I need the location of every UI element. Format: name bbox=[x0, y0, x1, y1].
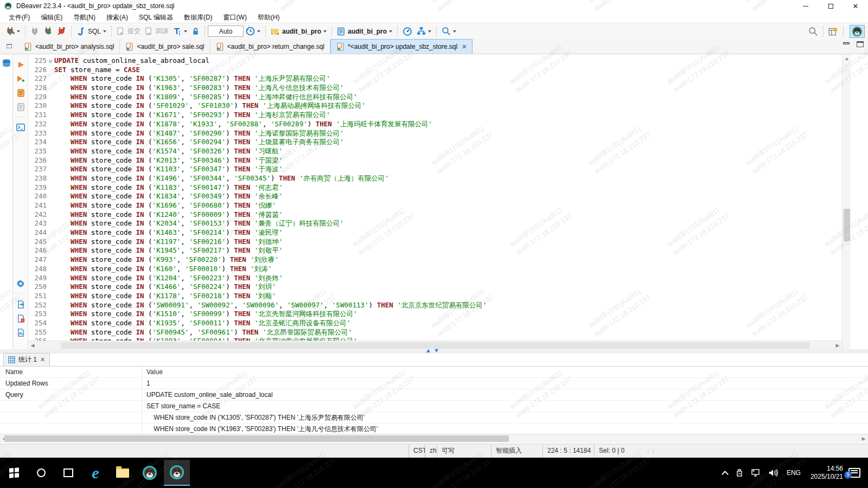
scrollbar-thumb[interactable] bbox=[4, 435, 509, 442]
rollback-button[interactable]: 回滚 bbox=[143, 25, 171, 38]
stats-horizontal-scrollbar[interactable]: ◀ ▶ bbox=[0, 434, 868, 442]
scroll-right-arrow[interactable]: ▶ bbox=[833, 341, 842, 350]
sql-code-editor[interactable]: 225⊖UPDATE custom_online_sale_abroad_loc… bbox=[28, 54, 842, 341]
minimize-editor-button[interactable] bbox=[843, 42, 850, 44]
editor-tab-2[interactable]: <audit_bi_pro> sale.sql bbox=[120, 39, 210, 54]
scroll-up-arrow[interactable]: ▲ bbox=[843, 54, 851, 63]
collapsed-database-navigator[interactable] bbox=[0, 54, 13, 349]
sql-text bbox=[250, 337, 254, 341]
stats-row-1[interactable]: Updated Rows1 bbox=[0, 378, 868, 389]
sql-text: ( bbox=[144, 138, 152, 146]
editor-panel-sash[interactable]: ▲ ▼ bbox=[0, 349, 868, 354]
menu-item-2[interactable]: 编辑(E) bbox=[35, 12, 68, 23]
sql-text: ) bbox=[226, 237, 234, 246]
stats-row-4[interactable]: WHEN store_code IN ('K1305', 'SF00287') … bbox=[0, 412, 868, 423]
plug-new-icon bbox=[5, 27, 15, 36]
sql-text: ( bbox=[144, 129, 152, 137]
explain-plan-button[interactable] bbox=[13, 100, 28, 114]
active-connection-name: audit_bi_pro bbox=[282, 28, 321, 35]
window-minimize-button[interactable] bbox=[793, 0, 818, 12]
open-perspective-button[interactable] bbox=[826, 25, 840, 38]
dbeaver-taskbar-button[interactable] bbox=[137, 460, 163, 486]
lock-button[interactable] bbox=[189, 25, 202, 38]
scrollbar-thumb[interactable] bbox=[844, 209, 850, 241]
sql-text bbox=[54, 319, 71, 327]
open-sql-console-button[interactable] bbox=[13, 120, 28, 134]
editor-tab-1[interactable]: <audit_bi_pro> analysis.sql bbox=[18, 39, 120, 54]
action-center-button[interactable]: 9 bbox=[848, 468, 860, 478]
close-icon[interactable]: ✕ bbox=[462, 43, 467, 50]
sash-collapse-controls[interactable]: ▲ ▼ bbox=[424, 348, 441, 354]
export-result-button[interactable] bbox=[13, 297, 28, 311]
scroll-right-arrow[interactable]: ▶ bbox=[859, 434, 868, 443]
internet-explorer-button[interactable]: e bbox=[82, 460, 108, 486]
execute-script-button[interactable] bbox=[13, 86, 28, 100]
search-button[interactable] bbox=[28, 460, 54, 486]
sql-keyword: THEN bbox=[279, 174, 295, 182]
taskbar-clock[interactable]: 14:56 2025/10/21 bbox=[810, 465, 843, 481]
network-button[interactable] bbox=[751, 468, 761, 477]
window-maximize-button[interactable] bbox=[818, 0, 843, 12]
commit-button[interactable]: 提交 bbox=[114, 25, 143, 38]
sql-text: , bbox=[181, 129, 189, 137]
input-language-indicator[interactable]: ENG bbox=[787, 469, 801, 477]
menu-item-3[interactable]: 导航(N) bbox=[68, 12, 101, 23]
dbeaver-perspective-button[interactable] bbox=[850, 25, 865, 38]
editor-vertical-scrollbar[interactable]: ▲ bbox=[842, 54, 851, 349]
menu-item-8[interactable]: 帮助(H) bbox=[252, 12, 285, 23]
task-view-button[interactable] bbox=[55, 460, 81, 486]
maximize-editor-button[interactable] bbox=[857, 41, 864, 47]
execute-statement-button[interactable] bbox=[13, 57, 28, 72]
stats-tab[interactable]: 统计 1 ✕ bbox=[3, 353, 50, 366]
menu-item-6[interactable]: 数据库(D) bbox=[178, 12, 218, 23]
code-line-238: 238 WHEN store_code IN ('K1496', 'SF0034… bbox=[28, 174, 842, 183]
sash-down-arrow-icon[interactable]: ▼ bbox=[433, 348, 439, 354]
scroll-left-arrow[interactable]: ◀ bbox=[28, 341, 37, 350]
disconnect-button[interactable] bbox=[55, 25, 68, 38]
sql-string: '上饶晨雾电子商务有限公司' bbox=[254, 138, 344, 146]
file-explorer-button[interactable] bbox=[110, 460, 136, 486]
menu-item-4[interactable]: 搜索(A) bbox=[101, 12, 133, 23]
sash-up-arrow-icon[interactable]: ▲ bbox=[425, 348, 431, 354]
menu-item-1[interactable]: 文件(F) bbox=[3, 12, 35, 23]
close-icon[interactable]: ✕ bbox=[40, 356, 45, 363]
code-line-228: 228 WHEN store_code IN ('K1963', 'SF0028… bbox=[28, 84, 842, 93]
sql-text bbox=[54, 328, 71, 336]
sql-editor-button[interactable]: SQL bbox=[74, 25, 108, 38]
stats-row-5[interactable]: WHEN store_code IN ('K1963', 'SF00283') … bbox=[0, 423, 868, 435]
autocommit-combo[interactable]: Auto bbox=[208, 25, 244, 37]
stats-row-3[interactable]: SET store_name = CASE bbox=[0, 401, 868, 412]
restore-panel-button[interactable] bbox=[0, 38, 18, 54]
stats-row-2[interactable]: QueryUPDATE custom_online_sale_abroad_lo… bbox=[0, 389, 868, 401]
er-diagram-button[interactable] bbox=[414, 25, 433, 38]
menu-item-7[interactable]: 窗口(W) bbox=[218, 12, 252, 23]
editor-settings-button[interactable] bbox=[13, 277, 28, 291]
execute-in-new-tab-button[interactable] bbox=[13, 72, 28, 86]
start-button[interactable] bbox=[1, 460, 27, 486]
new-connection-button[interactable] bbox=[3, 25, 22, 38]
active-connection-selector[interactable]: audit_bi_pro bbox=[269, 25, 329, 38]
editor-tab-4[interactable]: *<audit_bi_pro> update_sbz_store.sql✕ bbox=[330, 39, 473, 54]
sql-keyword: WHEN bbox=[71, 282, 87, 291]
usb-device-button[interactable] bbox=[735, 468, 744, 477]
dashboard-button[interactable] bbox=[400, 25, 414, 38]
validation-log-button[interactable] bbox=[13, 311, 28, 325]
sql-text bbox=[54, 138, 71, 146]
tray-expand-button[interactable] bbox=[723, 470, 727, 477]
editor-tab-3[interactable]: <audit_bi_pro> return_change.sql bbox=[210, 39, 330, 54]
transaction-log-button[interactable] bbox=[244, 25, 263, 38]
volume-button[interactable] bbox=[769, 468, 778, 477]
window-close-button[interactable]: ✕ bbox=[843, 0, 868, 12]
dbeaver-active-taskbar-button[interactable] bbox=[164, 460, 190, 486]
search-menu-button[interactable] bbox=[439, 25, 458, 38]
active-database-selector[interactable]: audit_bi_pro bbox=[335, 25, 394, 38]
quick-search-button[interactable] bbox=[806, 25, 820, 38]
menu-item-5[interactable]: SQL 编辑器 bbox=[133, 12, 178, 23]
connect-button[interactable] bbox=[28, 25, 41, 38]
output-log-button[interactable] bbox=[13, 325, 28, 339]
transaction-mode-button[interactable] bbox=[171, 25, 189, 38]
sql-text: , bbox=[181, 120, 189, 128]
sql-text: , bbox=[279, 301, 287, 309]
reconnect-button[interactable] bbox=[41, 25, 55, 38]
windows-logo-icon bbox=[9, 467, 19, 478]
